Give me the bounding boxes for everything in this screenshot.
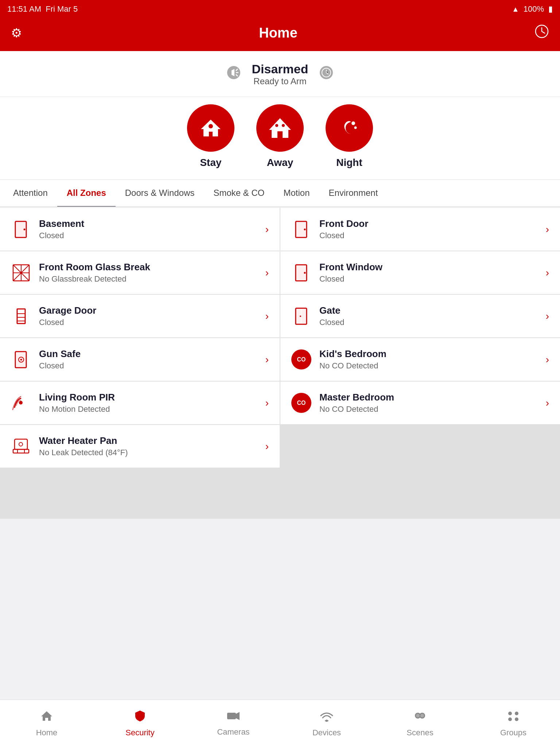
zone-grid: Basement Closed › Front Door Closed › (0, 208, 560, 519)
nav-groups-icon (506, 710, 520, 725)
svg-marker-53 (236, 712, 240, 720)
nav-security-icon (134, 710, 146, 725)
garagedoor-icon (11, 306, 31, 326)
waterheaterpan-chevron: › (265, 441, 269, 452)
kidsbedroom-status: No CO Detected (319, 361, 538, 371)
kidsbedroom-info: Kid's Bedroom No CO Detected (319, 348, 538, 371)
history-icon[interactable] (534, 24, 549, 42)
svg-point-9 (209, 124, 213, 128)
bottom-nav: Home Security Cameras Devices (0, 700, 560, 747)
livingroompir-name: Living Room PIR (39, 392, 257, 403)
frontwindow-chevron: › (546, 267, 549, 279)
schedule-icon[interactable] (319, 65, 334, 83)
svg-point-40 (300, 316, 301, 317)
nav-cameras-label: Cameras (217, 727, 249, 737)
svg-rect-46 (15, 439, 27, 449)
kidsbedroom-name: Kid's Bedroom (319, 348, 538, 360)
arm-status-text: Disarmed Ready to Arm (252, 62, 308, 86)
arm-status-main: Disarmed (252, 62, 308, 76)
gunsafe-chevron: › (265, 354, 269, 365)
settings-icon[interactable]: ⚙ (11, 26, 22, 40)
stay-label: Stay (200, 157, 221, 169)
tab-environment[interactable]: Environment (319, 180, 388, 207)
arm-buttons-section: Stay Away Night (0, 97, 560, 180)
nav-security[interactable]: Security (93, 700, 187, 747)
basement-icon (11, 219, 31, 239)
frontdoor-name: Front Door (319, 218, 538, 229)
sound-icon[interactable] (226, 65, 241, 83)
svg-line-26 (13, 273, 21, 281)
nav-scenes[interactable]: Scenes (373, 700, 467, 747)
svg-point-61 (515, 712, 518, 715)
svg-point-13 (275, 124, 278, 127)
nav-home-icon (40, 710, 53, 725)
zone-glassbreak[interactable]: Front Room Glass Break No Glassbreak Det… (0, 251, 280, 294)
glassbreak-icon (11, 263, 31, 283)
livingroompir-info: Living Room PIR No Motion Detected (39, 392, 257, 414)
svg-marker-51 (41, 711, 52, 721)
tab-attention[interactable]: Attention (4, 180, 57, 207)
zone-garagedoor[interactable]: Garage Door Closed › (0, 295, 280, 337)
gunsafe-name: Gun Safe (39, 348, 257, 360)
garagedoor-chevron: › (265, 310, 269, 322)
status-bar-right: ▲ 100% ▮ (512, 4, 553, 14)
basement-status: Closed (39, 231, 257, 240)
zone-frontdoor[interactable]: Front Door Closed › (280, 208, 560, 251)
status-bar: 11:51 AM Fri Mar 5 ▲ 100% ▮ (0, 0, 560, 18)
nav-groups-label: Groups (500, 728, 526, 738)
gate-info: Gate Closed (319, 305, 538, 327)
svg-point-55 (326, 720, 328, 722)
frontwindow-info: Front Window Closed (319, 262, 538, 284)
zone-livingroompir[interactable]: Living Room PIR No Motion Detected › (0, 382, 280, 424)
stay-button[interactable]: Stay (187, 104, 234, 169)
glassbreak-status: No Glassbreak Detected (39, 274, 257, 284)
frontdoor-icon (291, 219, 311, 239)
masterbedroom-co-icon: CO (291, 393, 311, 413)
battery-icon: ▮ (548, 4, 553, 14)
frontwindow-status: Closed (319, 274, 538, 284)
basement-name: Basement (39, 218, 257, 229)
nav-groups[interactable]: Groups (467, 700, 560, 747)
svg-line-25 (21, 265, 29, 273)
svg-point-44 (20, 359, 22, 360)
svg-point-59 (420, 714, 424, 717)
tab-motion[interactable]: Motion (274, 180, 319, 207)
kidsbedroom-chevron: › (546, 354, 549, 365)
away-button[interactable]: Away (256, 104, 304, 169)
glassbreak-name: Front Room Glass Break (39, 262, 257, 273)
nav-scenes-icon (413, 710, 427, 725)
svg-rect-52 (227, 713, 236, 719)
svg-point-15 (351, 121, 355, 125)
basement-info: Basement Closed (39, 218, 257, 240)
frontdoor-info: Front Door Closed (319, 218, 538, 240)
away-icon-circle (256, 104, 304, 152)
svg-line-27 (21, 273, 29, 281)
zone-gate[interactable]: Gate Closed › (280, 295, 560, 337)
zone-basement[interactable]: Basement Closed › (0, 208, 280, 251)
zone-frontwindow[interactable]: Front Window Closed › (280, 251, 560, 294)
svg-line-24 (13, 265, 21, 273)
gunsafe-info: Gun Safe Closed (39, 348, 257, 371)
zone-kidsbedroom[interactable]: CO Kid's Bedroom No CO Detected › (280, 338, 560, 381)
zone-gunsafe[interactable]: Gun Safe Closed › (0, 338, 280, 381)
kidsbedroom-co-icon: CO (291, 349, 311, 369)
tab-smokeco[interactable]: Smoke & CO (204, 180, 274, 207)
nav-security-label: Security (125, 728, 154, 738)
zone-waterheaterpan[interactable]: Water Heater Pan No Leak Detected (84°F)… (0, 425, 280, 468)
svg-point-50 (19, 442, 23, 446)
battery-text: 100% (524, 4, 544, 14)
night-button[interactable]: Night (326, 104, 373, 169)
zone-masterbedroom[interactable]: CO Master Bedroom No CO Detected › (280, 382, 560, 424)
frontdoor-chevron: › (546, 224, 549, 235)
masterbedroom-name: Master Bedroom (319, 392, 538, 403)
nav-cameras[interactable]: Cameras (187, 700, 280, 747)
svg-point-62 (508, 717, 512, 721)
nav-devices[interactable]: Devices (280, 700, 373, 747)
nav-devices-label: Devices (312, 728, 341, 738)
stay-icon-circle (187, 104, 234, 152)
gate-icon (291, 306, 311, 326)
nav-home[interactable]: Home (0, 700, 93, 747)
svg-marker-10 (269, 118, 291, 138)
tab-doorswindows[interactable]: Doors & Windows (116, 180, 204, 207)
tab-allzones[interactable]: All Zones (57, 180, 116, 207)
